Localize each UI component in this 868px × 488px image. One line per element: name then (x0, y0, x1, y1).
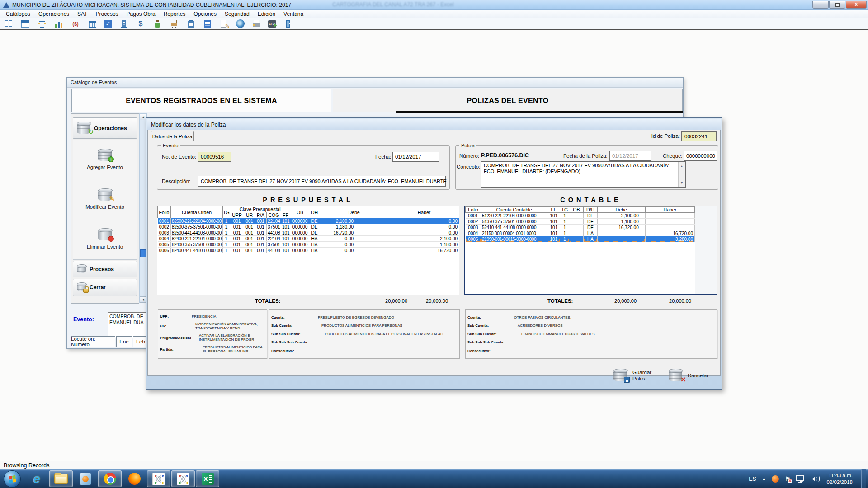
menu-item[interactable]: Catálogos (2, 10, 34, 18)
eliminar-evento-button[interactable]: − Eliminar Evento (73, 220, 137, 259)
money-bag-icon[interactable] (152, 19, 162, 29)
bank-icon[interactable] (87, 19, 97, 29)
taskbar-windows-explorer[interactable] (49, 470, 73, 487)
scroll-down-icon[interactable]: ▼ (680, 180, 684, 186)
taskbar-internet-explorer[interactable]: e (25, 470, 48, 487)
table-row[interactable]: 000682400-441-44108-0000-000010010010014… (158, 248, 459, 253)
bar-chart-icon[interactable] (54, 19, 64, 29)
exit-door-icon[interactable] (283, 19, 293, 29)
table-row[interactable]: 000182500-221-22104-0000-000010010010012… (158, 218, 459, 224)
menu-item[interactable]: Opciones (189, 10, 221, 18)
budget-dollar-icon[interactable]: ($) (71, 19, 80, 29)
modificar-evento-button[interactable]: ✎ Modificar Evento (73, 180, 137, 220)
taskbar-contabilidad-app-1[interactable] (147, 470, 170, 487)
table-row[interactable]: 000382500-441-44108-0000-000010010010014… (158, 230, 459, 236)
show-hidden-icons[interactable]: ▲ (762, 477, 766, 481)
table-row[interactable]: 000251370-375-37501-0000-00001011DE1,180… (466, 219, 695, 225)
col-dh[interactable]: DH (310, 206, 319, 218)
volume-icon[interactable] (810, 476, 820, 482)
menu-item[interactable]: Ventana (279, 10, 307, 18)
no-de-evento-field[interactable]: 00009516 (198, 152, 231, 162)
sidebar-header-cerrar[interactable]: Cerrar (73, 279, 137, 296)
cheque-field[interactable]: 0000000000 (684, 151, 717, 161)
col-pa[interactable]: P/A (255, 212, 267, 218)
id-de-poliza-field[interactable]: 00032241 (681, 131, 717, 141)
col-folio[interactable]: Folio (466, 207, 481, 213)
tab-datos-de-la-poliza[interactable]: Datos de la Poliza (151, 131, 194, 141)
funds-jar-icon[interactable] (186, 19, 196, 29)
col-upp[interactable]: UPP (230, 212, 244, 218)
ledger-icon[interactable] (203, 19, 212, 29)
building-icon[interactable] (119, 19, 129, 29)
edit-document-icon[interactable] (219, 19, 229, 29)
dialog-titlebar[interactable]: Modificar los datos de la Poliza (147, 119, 721, 130)
month-tab-ene[interactable]: Ene (116, 336, 132, 347)
table-row[interactable]: 000352410-441-44108-0000-00001011DE16,72… (466, 225, 695, 230)
window-cards-icon[interactable] (4, 19, 14, 29)
network-icon[interactable] (796, 475, 804, 481)
cfdi-export-icon[interactable]: CFDI (268, 20, 276, 28)
taskbar-media-player[interactable] (74, 470, 97, 487)
fecha-poliza-field[interactable]: 01/12/2017 (609, 151, 651, 161)
sidebar-header-procesos[interactable]: Procesos (73, 261, 137, 277)
col-clave-presupuestal[interactable]: Clave Presupuestal (230, 206, 290, 212)
restore-button[interactable] (829, 1, 845, 9)
col-folio[interactable]: Folio (158, 206, 171, 218)
descripcion-field[interactable]: COMPROB. DE TRANSF DEL 27-NOV-2017 EV-90… (198, 176, 446, 187)
taskbar-contabilidad-app-2[interactable] (171, 470, 195, 487)
taskbar-excel[interactable]: X (196, 470, 219, 487)
cancelar-button[interactable]: × Cancelar (669, 365, 708, 386)
menu-item[interactable]: Reportes (160, 10, 190, 18)
table-row[interactable]: 000282500-375-37501-0000-000010010010013… (158, 224, 459, 230)
contable-scrollbar-track[interactable] (695, 206, 717, 294)
col-tg[interactable]: TG (560, 207, 569, 213)
tab-polizas-del-evento[interactable]: POLIZAS DEL EVENTO (333, 89, 683, 112)
action-center-flag-icon[interactable]: ⚑ (785, 476, 791, 482)
taskbar-chrome[interactable] (98, 470, 122, 487)
col-haber[interactable]: Haber (389, 206, 459, 218)
col-ob[interactable]: OB (569, 207, 584, 213)
balance-scales-icon[interactable] (37, 19, 47, 29)
print-mail-icon[interactable] (251, 19, 261, 29)
menu-item[interactable]: Seguridad (221, 10, 254, 18)
close-button[interactable]: X (846, 1, 867, 9)
table-row[interactable]: 000582400-375-37501-0000-000010010010013… (158, 242, 459, 248)
fecha-field[interactable]: 01/12/2017 (392, 152, 439, 162)
web-sync-icon[interactable] (236, 19, 245, 28)
table-row[interactable]: 000151220-221-22104-0000-00001011DE2,100… (466, 213, 695, 219)
concepto-field[interactable]: COMPROB. DE TRANSF DEL 27-NOV-2017 EV-90… (481, 161, 686, 188)
concepto-scrollbar[interactable]: ▲▼ (678, 162, 685, 187)
guardar-poliza-button[interactable]: GuardarPoliza (613, 365, 651, 386)
money-dollar-icon[interactable]: $ (136, 19, 146, 29)
col-cuenta-orden[interactable]: Cuenta Orden (171, 206, 223, 218)
taskbar-firefox[interactable] (123, 470, 146, 487)
col-cog[interactable]: COG (267, 212, 281, 218)
scroll-up-icon[interactable]: ▲ (680, 163, 684, 169)
col-debe[interactable]: Debe (597, 207, 645, 213)
avast-icon[interactable] (772, 475, 779, 483)
language-indicator[interactable]: ES (749, 476, 756, 482)
col-tg[interactable]: TG (223, 206, 230, 218)
sidebar-header-operaciones[interactable]: ↻ Operaciones (73, 117, 137, 139)
table-row[interactable]: 000521990-001-00015-0000-00001011HA3,280… (466, 236, 695, 242)
tab-eventos-registrados[interactable]: EVENTOS REGISTRADOS EN EL SISTEMA (71, 89, 331, 112)
purchases-cart-icon[interactable] (169, 19, 179, 29)
table-row[interactable]: 000482400-221-22104-0000-000010010010012… (158, 236, 459, 242)
tasks-check-icon[interactable]: ✓ (104, 20, 112, 28)
evento-text-box[interactable]: COMPROB. DE EMANUEL DUA (108, 312, 146, 338)
menu-item[interactable]: Operaciones (34, 10, 73, 18)
show-desktop-button[interactable] (861, 469, 866, 488)
col-debe[interactable]: Debe (319, 206, 389, 218)
menu-item[interactable]: SAT (73, 10, 91, 18)
menu-item[interactable]: Pagos Obra (123, 10, 160, 18)
col-ur[interactable]: UR (244, 212, 255, 218)
taskbar-clock[interactable]: 11:43 a.m. 02/02/2018 (826, 472, 853, 486)
col-dh[interactable]: D/H (584, 207, 597, 213)
col-haber[interactable]: Haber (645, 207, 694, 213)
locate-on-numero-button[interactable]: Locate on: Número (71, 336, 115, 347)
catalogo-titlebar[interactable]: Catálogo de Eventos (67, 78, 683, 88)
menu-item[interactable]: Edición (254, 10, 279, 18)
table-row[interactable]: 000421150-003-00004-0001-00001011HA16,72… (466, 230, 695, 236)
minimize-button[interactable]: — (812, 1, 829, 9)
menu-item[interactable]: Procesos (92, 10, 123, 18)
